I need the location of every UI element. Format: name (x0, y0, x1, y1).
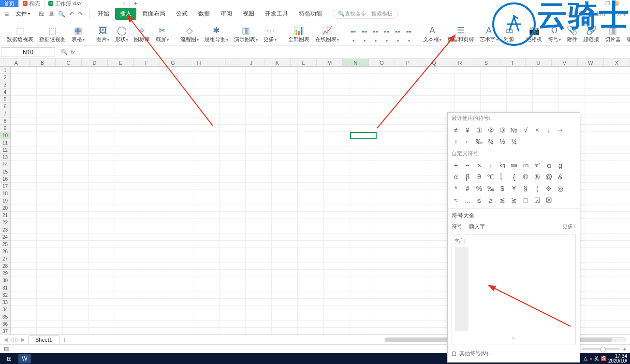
print-icon[interactable]: 🖶 (48, 11, 54, 17)
ribbon-item-18[interactable]: ╍ (404, 26, 413, 44)
sheet-next-icon[interactable]: ▷ (15, 337, 19, 342)
symbol-item[interactable]: − (462, 160, 473, 171)
status-menu-icon[interactable]: ▤ (4, 346, 9, 352)
symbol-item[interactable]: ㎜ (509, 160, 519, 171)
symbol-item[interactable]: ‰ (474, 136, 484, 147)
fx-label[interactable]: fx (71, 49, 75, 55)
symbol-item[interactable]: ¾ (485, 136, 496, 147)
row-header-6[interactable]: 6 (0, 103, 10, 110)
col-header-A[interactable]: A (3, 59, 29, 66)
symbol-item[interactable]: ‰ (485, 183, 496, 194)
tab-symbols[interactable]: 符号 (452, 223, 462, 230)
symbol-item[interactable]: + (451, 160, 461, 171)
col-header-V[interactable]: V (552, 59, 578, 66)
symbol-item[interactable]: § (520, 183, 531, 194)
symbol-item[interactable]: → (555, 125, 566, 135)
row-header-4[interactable]: 4 (0, 88, 10, 96)
taskbar-time[interactable]: 17:34 (608, 354, 627, 359)
sheet-add[interactable]: + (62, 336, 66, 344)
print-preview-icon[interactable]: 🔍 (58, 11, 65, 17)
symbol-item[interactable]: 〖 (497, 172, 508, 182)
symbol-item[interactable]: ¼ (509, 136, 519, 147)
ribbon-在线图表[interactable]: 📈在线图表 (313, 24, 341, 44)
symbol-item[interactable]: ½ (497, 136, 508, 147)
symbol-item[interactable]: ↓ (543, 125, 554, 135)
tab-workbook[interactable]: S 工作簿.xlsx × (44, 0, 130, 7)
row-header-2[interactable]: 2 (0, 74, 10, 81)
symbol-item[interactable]: % (474, 183, 484, 194)
row-header-15[interactable]: 15 (0, 168, 10, 175)
row-header-9[interactable]: 9 (0, 125, 10, 132)
symbol-item[interactable]: ɑ (543, 160, 554, 171)
zoom-in[interactable]: + (623, 346, 626, 352)
row-header-18[interactable]: 18 (0, 190, 10, 197)
col-header-Q[interactable]: Q (421, 59, 447, 66)
tab-home[interactable]: 首页 (0, 0, 19, 7)
symbol-item[interactable]: { (509, 172, 519, 182)
row-header-30[interactable]: 30 (0, 277, 10, 284)
tab-docer[interactable]: D 稻壳 (19, 0, 44, 7)
symbol-item[interactable]: … (462, 195, 473, 205)
name-box[interactable]: N10 (1, 47, 55, 57)
col-header-K[interactable]: K (264, 59, 291, 66)
window-minimize-icon[interactable]: — (622, 0, 627, 7)
symbol-item[interactable]: ☒ (543, 195, 554, 205)
col-header-X[interactable]: X (604, 59, 630, 66)
symbol-item[interactable]: $ (497, 183, 508, 194)
row-header-7[interactable]: 7 (0, 110, 10, 117)
save-icon[interactable]: 🖫 (39, 11, 44, 17)
coop-button[interactable]: 👥 协作 (588, 10, 607, 17)
fx-search-icon[interactable]: 🔍 (61, 49, 68, 55)
zoom-slider[interactable] (582, 348, 620, 350)
avatar-icon[interactable] (613, 0, 619, 6)
col-header-L[interactable]: L (291, 59, 317, 66)
symbol-item[interactable]: ㎏ (497, 160, 508, 171)
symbol-item[interactable]: α (451, 172, 461, 182)
sheet-first-icon[interactable]: ◀ (4, 337, 8, 342)
row-header-29[interactable]: 29 (0, 270, 10, 277)
menu-tab-1[interactable]: 插入 (115, 8, 136, 20)
ribbon-演示图表[interactable]: ▥演示图表 (232, 24, 260, 44)
col-header-J[interactable]: J (238, 59, 264, 66)
symbol-item[interactable]: g (555, 160, 566, 171)
col-header-I[interactable]: I (212, 59, 238, 66)
symbol-item[interactable]: × (532, 125, 542, 135)
row-header-22[interactable]: 22 (0, 219, 10, 226)
menu-tab-5[interactable]: 审阅 (216, 8, 237, 20)
row-header-5[interactable]: 5 (0, 96, 10, 103)
col-header-E[interactable]: E (108, 59, 134, 66)
symbol-item[interactable]: ÷ (485, 160, 496, 171)
symbol-item[interactable]: ≠ (451, 125, 461, 135)
ribbon-艺术字[interactable]: A艺术字 (478, 24, 500, 44)
menu-tab-4[interactable]: 数据 (193, 8, 215, 20)
ribbon-图片[interactable]: 🖼图片 (94, 24, 111, 44)
row-header-11[interactable]: 11 (0, 139, 10, 146)
active-cell[interactable] (350, 132, 377, 139)
row-header-31[interactable]: 31 (0, 284, 10, 291)
ribbon-流程图[interactable]: ◇流程图 (178, 24, 201, 44)
col-header-D[interactable]: D (82, 59, 108, 66)
symbol-item[interactable]: ℃ (485, 172, 496, 182)
start-button[interactable]: ⊞ (3, 354, 15, 364)
symbol-item[interactable]: * (451, 183, 461, 194)
tab-close-icon[interactable]: × (122, 0, 125, 6)
symbol-item[interactable]: # (462, 183, 473, 194)
sheet-prev-icon[interactable]: ◁ (10, 337, 14, 342)
symbol-item[interactable]: ≤ (474, 195, 484, 205)
symbol-item[interactable]: × (474, 160, 484, 171)
ribbon-照相机[interactable]: 📷照相机 (524, 24, 544, 44)
row-header-24[interactable]: 24 (0, 233, 10, 241)
col-header-B[interactable]: B (29, 59, 56, 66)
col-header-M[interactable]: M (317, 59, 343, 66)
ribbon-文本框[interactable]: A文本框 (421, 24, 443, 44)
row-header-28[interactable]: 28 (0, 262, 10, 270)
menu-tab-2[interactable]: 页面布局 (137, 8, 170, 20)
ribbon-形状[interactable]: ◯形状 (113, 24, 130, 44)
file-menu[interactable]: 文件▾ (12, 9, 34, 19)
sync-status[interactable]: ⟳ 未同步 (562, 10, 584, 17)
ribbon-附件[interactable]: 📎附件 (565, 24, 579, 44)
symbol-item[interactable]: № (509, 125, 519, 135)
ribbon-截屏[interactable]: ✂截屏 (154, 24, 171, 44)
row-header-16[interactable]: 16 (0, 175, 10, 183)
ribbon-超链接[interactable]: 🔗超链接 (581, 24, 601, 44)
